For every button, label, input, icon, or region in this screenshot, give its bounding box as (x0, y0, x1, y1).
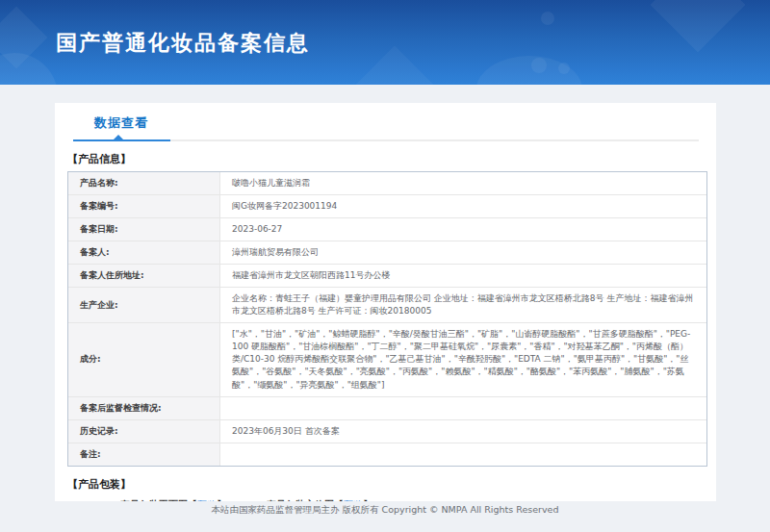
row-label: 备案人住所地址: (68, 265, 220, 287)
page-title: 国产普通化妆品备案信息 (56, 29, 310, 58)
banner-decoration (651, 0, 746, 52)
tab-active-marker (114, 135, 123, 139)
row-value: 2023年06月30日 首次备案 (220, 420, 706, 443)
bracket-close: 】 (217, 498, 226, 501)
banner-decoration (0, 53, 58, 85)
row-value: 福建省漳州市龙文区朝阳西路11号办公楼 (220, 265, 706, 287)
table-row: 备案人: 漳州瑞航贸易有限公司 (68, 241, 706, 264)
packaging-3d-label: 产品包装立体图 (267, 498, 334, 501)
table-row: 历史记录: 2023年06月30日 首次备案 (68, 419, 706, 443)
banner-decoration (541, 12, 554, 25)
banner-decoration (558, 63, 570, 74)
table-row: 备注: (68, 443, 706, 466)
row-value: 啵噜小猫儿童滋润霜 (220, 172, 706, 194)
packaging-3d-preview-link[interactable]: 预览 (344, 498, 363, 501)
content-card: 数据查看 【产品信息】 产品名称: 啵噜小猫儿童滋润霜 备案编号: 闽G妆网备字… (55, 103, 716, 501)
row-label: 生产企业: (68, 288, 220, 322)
tab-active-underline (73, 139, 170, 141)
banner-decoration (354, 46, 436, 85)
row-value (220, 443, 706, 466)
bracket-open: 【 (188, 498, 197, 501)
row-value: 闽G妆网备字2023001194 (220, 195, 706, 217)
table-row: 备案后监督检查情况: (68, 396, 706, 419)
row-label: 备案后监督检查情况: (68, 397, 220, 419)
section-product-info: 【产品信息】 (67, 152, 716, 166)
tab-data-view[interactable]: 数据查看 (94, 114, 148, 132)
table-row: 备案人住所地址: 福建省漳州市龙文区朝阳西路11号办公楼 (68, 264, 706, 287)
row-label: 备案人: (68, 241, 220, 264)
table-row: 备案编号: 闽G妆网备字2023001194 (68, 194, 706, 217)
row-value (220, 397, 706, 419)
section-packaging: 【产品包装】 (67, 477, 716, 492)
row-label: 备案编号: (68, 195, 220, 217)
row-value: 漳州瑞航贸易有限公司 (220, 241, 706, 264)
row-label: 备注: (68, 443, 220, 466)
packaging-3d-view: 产品包装立体图 【 预览 】 (267, 498, 372, 501)
page-banner: 国产普通化妆品备案信息 (0, 0, 770, 85)
packaging-flat-label: 产品包装平面图 (120, 498, 188, 501)
row-label: 产品名称: (68, 172, 220, 194)
row-value: 2023-06-27 (220, 218, 706, 241)
bracket-close: 】 (363, 498, 372, 501)
row-label: 成分: (68, 323, 220, 395)
packaging-items: 产品包装平面图 【 预览 】 产品包装立体图 【 预览 】 (120, 498, 716, 501)
row-label: 历史记录: (68, 420, 220, 443)
table-row: 备案日期: 2023-06-27 (68, 217, 706, 241)
banner-decoration (531, 58, 547, 73)
bracket-open: 【 (334, 498, 344, 501)
table-row: 生产企业: 企业名称：青蛙王子（福建）婴童护理用品有限公司 企业地址：福建省漳州… (68, 287, 706, 322)
footer-copyright: 本站由国家药品监督管理局主办 版权所有 Copyright © NMPA All… (0, 504, 770, 517)
product-info-table: 产品名称: 啵噜小猫儿童滋润霜 备案编号: 闽G妆网备字2023001194 备… (67, 171, 707, 467)
row-label: 备案日期: (68, 218, 220, 241)
table-row: 产品名称: 啵噜小猫儿童滋润霜 (68, 172, 706, 194)
row-value: 企业名称：青蛙王子（福建）婴童护理用品有限公司 企业地址：福建省漳州市龙文区梧桥… (220, 288, 706, 322)
row-value: ["水"，"甘油"，"矿油"，"鲸蜡硬脂醇"，"辛酸/癸酸甘油三酯"，"矿脂"，… (220, 323, 706, 395)
packaging-flat-preview-link[interactable]: 预览 (197, 498, 217, 501)
tab-underline (73, 139, 699, 141)
packaging-flat-view: 产品包装平面图 【 预览 】 (120, 498, 226, 501)
table-row: 成分: ["水"，"甘油"，"矿油"，"鲸蜡硬脂醇"，"辛酸/癸酸甘油三酯"，"… (68, 322, 706, 395)
